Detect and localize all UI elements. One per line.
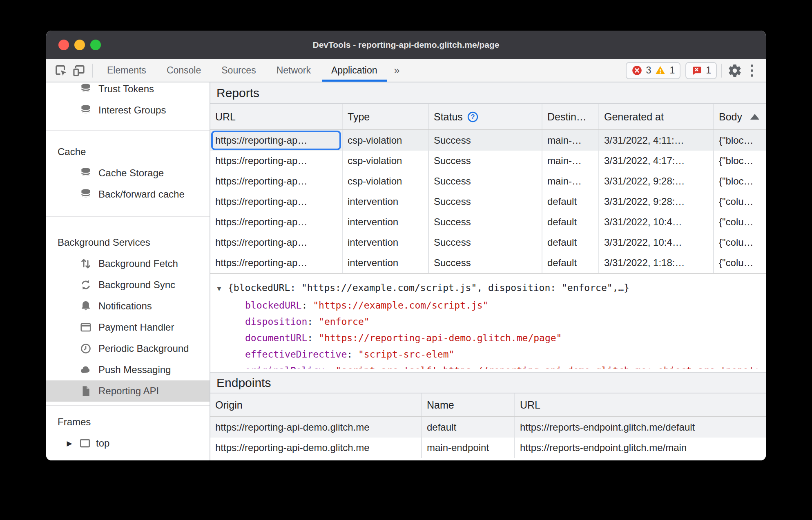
tab-network[interactable]: Network <box>266 59 321 82</box>
report-cell-body[interactable]: {"bloc… <box>714 171 766 191</box>
report-cell-body[interactable]: {"bloc… <box>714 151 766 171</box>
report-cell-destination[interactable]: default <box>542 232 599 253</box>
report-cell-generated[interactable]: 3/31/2022, 9:28:… <box>599 191 714 212</box>
report-cell-destination[interactable]: default <box>542 253 599 273</box>
report-cell-body[interactable]: {"colu… <box>714 191 766 212</box>
tab-console[interactable]: Console <box>156 59 211 82</box>
svg-text:?: ? <box>471 113 475 120</box>
report-cell-url[interactable]: https://reporting-ap… <box>210 253 343 273</box>
report-cell-url[interactable]: https://reporting-ap… <box>210 130 343 151</box>
sidebar-item-cache-storage[interactable]: Cache Storage <box>46 162 210 184</box>
report-cell-body[interactable]: {"colu… <box>714 232 766 253</box>
chevron-right-icon[interactable]: ▶ <box>65 439 74 448</box>
report-cell-status[interactable]: Success <box>429 171 542 191</box>
sidebar-item-periodic-background-sync[interactable]: Periodic Background <box>46 338 210 359</box>
sidebar-item-trust-tokens[interactable]: Trust Tokens <box>46 82 210 100</box>
json-preview-line[interactable]: ▼{blockedURL: "https://example.com/scrip… <box>216 280 766 297</box>
endpoint-cell-origin: https://reporting-api-demo.glitch.me <box>210 438 422 458</box>
close-window-button[interactable] <box>58 40 69 50</box>
report-cell-status[interactable]: Success <box>429 212 542 232</box>
report-cell-generated[interactable]: 3/31/2022, 10:4… <box>599 212 714 232</box>
tab-sources[interactable]: Sources <box>211 59 266 82</box>
tab-elements[interactable]: Elements <box>97 59 156 82</box>
report-cell-status[interactable]: Success <box>429 232 542 253</box>
column-header-destination[interactable]: Destin… <box>542 104 599 129</box>
sidebar-item-label: Push Messaging <box>98 364 171 376</box>
status-help-icon[interactable]: ? <box>467 111 479 123</box>
traffic-lights <box>58 31 101 59</box>
column-header-url[interactable]: URL <box>210 104 343 129</box>
report-cell-type[interactable]: intervention <box>343 253 429 273</box>
column-header-origin[interactable]: Origin <box>210 393 422 416</box>
report-cell-type[interactable]: intervention <box>343 232 429 253</box>
sidebar-item-reporting-api[interactable]: Reporting API <box>46 380 210 402</box>
report-cell-type[interactable]: csp-violation <box>343 151 429 171</box>
sidebar-item-notifications[interactable]: Notifications <box>46 296 210 317</box>
endpoints-section-heading: Endpoints <box>210 372 766 393</box>
report-cell-destination[interactable]: default <box>542 191 599 212</box>
report-cell-url[interactable]: https://reporting-ap… <box>210 191 343 212</box>
clock-icon <box>80 342 92 355</box>
sidebar-item-interest-groups[interactable]: Interest Groups <box>46 100 210 121</box>
report-cell-generated[interactable]: 3/31/2022, 9:28:… <box>599 171 714 191</box>
report-cell-type[interactable]: csp-violation <box>343 130 429 151</box>
report-cell-generated[interactable]: 3/31/2022, 1:18:… <box>599 253 714 273</box>
sidebar-item-background-fetch[interactable]: Background Fetch <box>46 253 210 274</box>
report-cell-type[interactable]: intervention <box>343 212 429 232</box>
column-header-endpoint-url[interactable]: URL <box>515 393 766 416</box>
column-header-status[interactable]: Status ? <box>429 104 542 129</box>
device-toolbar-button[interactable] <box>70 59 88 82</box>
sidebar-item-background-sync[interactable]: Background Sync <box>46 274 210 296</box>
report-cell-destination[interactable]: main-… <box>542 171 599 191</box>
report-cell-destination[interactable]: main-… <box>542 130 599 151</box>
report-row[interactable]: https://reporting-ap… intervention Succe… <box>210 191 766 212</box>
sidebar-item-push-messaging[interactable]: Push Messaging <box>46 359 210 380</box>
report-cell-url[interactable]: https://reporting-ap… <box>210 171 343 191</box>
report-cell-type[interactable]: csp-violation <box>343 171 429 191</box>
report-row[interactable]: https://reporting-ap… csp-violation Succ… <box>210 171 766 191</box>
report-row[interactable]: https://reporting-ap… csp-violation Succ… <box>210 151 766 171</box>
sidebar-item-frame-top[interactable]: ▶ top <box>46 433 210 454</box>
json-key: originalPolicy <box>245 365 324 369</box>
report-row[interactable]: https://reporting-ap… intervention Succe… <box>210 232 766 253</box>
zoom-window-button[interactable] <box>90 40 101 50</box>
report-cell-body[interactable]: {"bloc… <box>714 130 766 151</box>
report-cell-generated[interactable]: 3/31/2022, 10:4… <box>599 232 714 253</box>
issues-badge[interactable]: 1 <box>685 62 717 79</box>
settings-button[interactable] <box>726 59 744 82</box>
more-tabs-button[interactable]: » <box>388 59 406 82</box>
column-header-body[interactable]: Body <box>714 104 766 129</box>
minimize-window-button[interactable] <box>74 40 85 50</box>
report-cell-url[interactable]: https://reporting-ap… <box>210 232 343 253</box>
customize-devtools-button[interactable] <box>744 59 760 82</box>
issues-icon <box>691 65 702 76</box>
report-cell-generated[interactable]: 3/31/2022, 4:17:… <box>599 151 714 171</box>
report-cell-url[interactable]: https://reporting-ap… <box>210 151 343 171</box>
tab-application[interactable]: Application <box>321 59 388 82</box>
report-cell-url[interactable]: https://reporting-ap… <box>210 212 343 232</box>
json-value: "script-src-elem" <box>358 349 454 360</box>
chevron-down-icon[interactable]: ▼ <box>216 281 228 297</box>
report-row[interactable]: https://reporting-ap… intervention Succe… <box>210 253 766 273</box>
report-cell-destination[interactable]: main-… <box>542 151 599 171</box>
sidebar-item-back-forward-cache[interactable]: Back/forward cache <box>46 184 210 205</box>
report-cell-destination[interactable]: default <box>542 212 599 232</box>
database-icon <box>80 188 92 200</box>
report-cell-status[interactable]: Success <box>429 130 542 151</box>
column-header-type[interactable]: Type <box>343 104 429 129</box>
inspect-element-button[interactable] <box>52 59 70 82</box>
console-status-badge[interactable]: 3 1 <box>626 62 681 79</box>
report-cell-body[interactable]: {"colu… <box>714 212 766 232</box>
column-header-name[interactable]: Name <box>422 393 515 416</box>
report-cell-generated[interactable]: 3/31/2022, 4:11:… <box>599 130 714 151</box>
report-row[interactable]: https://reporting-ap… intervention Succe… <box>210 212 766 232</box>
report-cell-status[interactable]: Success <box>429 253 542 273</box>
sidebar-item-payment-handler[interactable]: Payment Handler <box>46 317 210 338</box>
report-cell-status[interactable]: Success <box>429 191 542 212</box>
report-cell-body[interactable]: {"colu… <box>714 253 766 273</box>
report-cell-type[interactable]: intervention <box>343 191 429 212</box>
report-row[interactable]: https://reporting-ap… csp-violation Succ… <box>210 130 766 151</box>
column-header-generated-at[interactable]: Generated at <box>599 104 714 129</box>
warning-count: 1 <box>669 65 675 76</box>
report-cell-status[interactable]: Success <box>429 151 542 171</box>
